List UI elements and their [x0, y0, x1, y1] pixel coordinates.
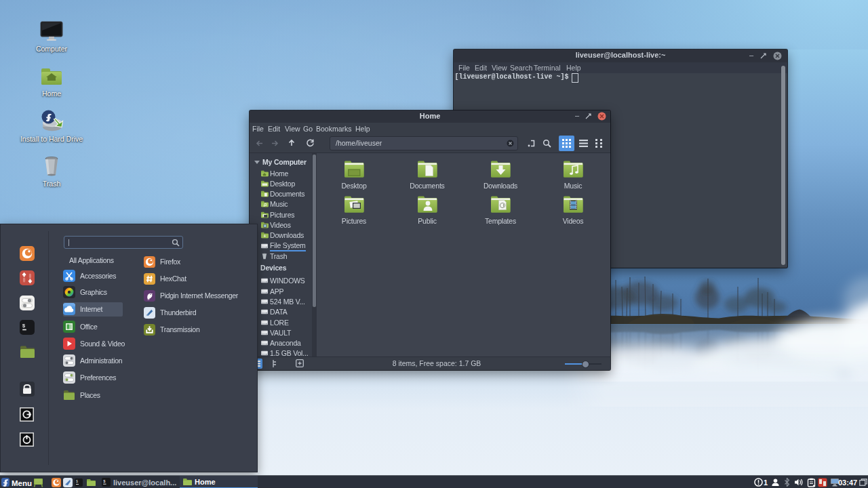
svg-text:$: $ — [76, 480, 78, 484]
svg-text:$: $ — [22, 323, 26, 329]
